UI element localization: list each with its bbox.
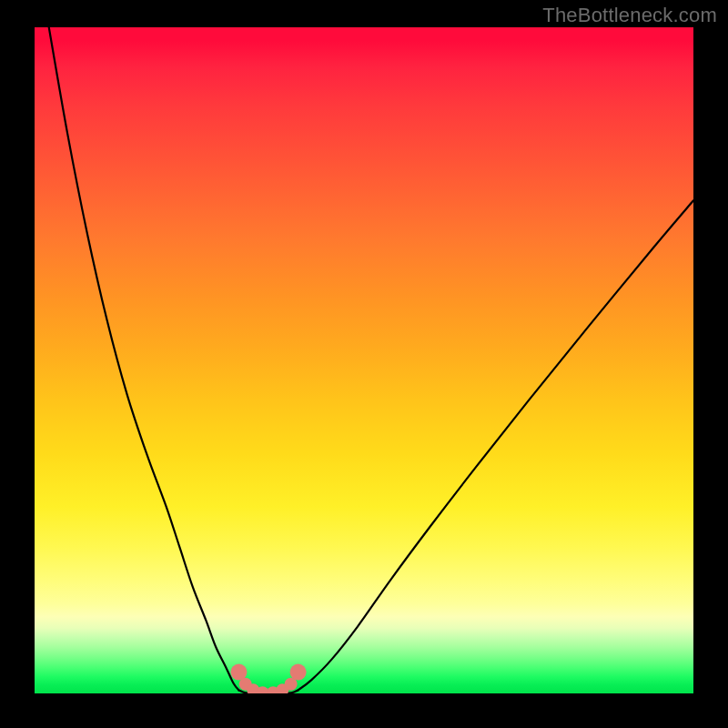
chart-frame: TheBottleneck.com (0, 0, 728, 728)
plot-area (35, 27, 693, 693)
bottleneck-curve (47, 27, 693, 693)
watermark-text: TheBottleneck.com (542, 4, 717, 27)
valley-marker (290, 664, 307, 681)
valley-marker (285, 678, 298, 691)
plot-inner (35, 27, 693, 693)
valley-markers (230, 664, 306, 693)
curve-svg (35, 27, 693, 693)
